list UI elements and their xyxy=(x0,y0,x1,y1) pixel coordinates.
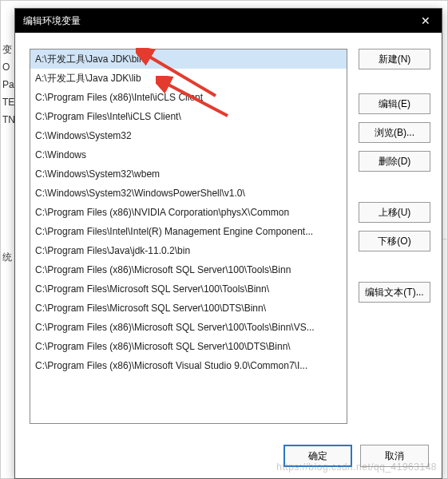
ok-button[interactable]: 确定 xyxy=(283,445,352,467)
list-item[interactable]: A:\开发工具\Java JDK\lib xyxy=(30,69,347,88)
list-item[interactable]: C:\Program Files (x86)\Microsoft SQL Ser… xyxy=(30,260,347,279)
list-item[interactable]: C:\Program Files (x86)\Microsoft SQL Ser… xyxy=(30,337,347,356)
list-item[interactable]: C:\Windows xyxy=(30,145,347,164)
list-item[interactable]: C:\Program Files\Intel\Intel(R) Manageme… xyxy=(30,222,347,241)
edit-button[interactable]: 编辑(E) xyxy=(359,93,430,114)
list-item[interactable]: A:\开发工具\Java JDK\bin xyxy=(30,49,347,69)
new-button[interactable]: 新建(N) xyxy=(359,49,430,69)
move-up-button[interactable]: 上移(U) xyxy=(359,202,430,223)
button-column: 新建(N) 编辑(E) 浏览(B)... 删除(D) 上移(U) 下移(O) 编… xyxy=(359,49,430,433)
delete-button[interactable]: 删除(D) xyxy=(359,151,430,172)
list-item[interactable]: C:\Program Files (x86)\Microsoft SQL Ser… xyxy=(30,318,347,337)
dialog-title: 编辑环境变量 xyxy=(23,14,81,28)
titlebar: 编辑环境变量 ✕ xyxy=(15,9,442,33)
list-item[interactable]: C:\Program Files\Java\jdk-11.0.2\bin xyxy=(30,241,347,260)
list-item[interactable]: C:\Program Files\Intel\iCLS Client\ xyxy=(30,107,347,126)
browse-button[interactable]: 浏览(B)... xyxy=(359,122,430,143)
edit-env-var-dialog: 编辑环境变量 ✕ A:\开发工具\Java JDK\binA:\开发工具\Jav… xyxy=(14,8,442,479)
list-item[interactable]: C:\Program Files\Microsoft SQL Server\10… xyxy=(30,279,347,299)
bg-left-labels: 变OPaTETN统 xyxy=(2,41,15,266)
list-item[interactable]: C:\Windows\System32\WindowsPowerShell\v1… xyxy=(30,184,347,203)
list-item[interactable]: C:\Program Files (x86)\Intel\iCLS Client xyxy=(30,88,347,107)
list-item[interactable]: C:\Windows\System32\wbem xyxy=(30,164,347,184)
list-item[interactable]: C:\Windows\System32 xyxy=(30,126,347,145)
move-down-button[interactable]: 下移(O) xyxy=(359,231,430,251)
list-item[interactable]: C:\Program Files (x86)\Microsoft Visual … xyxy=(30,356,347,375)
path-listbox[interactable]: A:\开发工具\Java JDK\binA:\开发工具\Java JDK\lib… xyxy=(30,49,347,424)
list-item[interactable]: C:\Program Files\Microsoft SQL Server\10… xyxy=(30,299,347,318)
list-item[interactable]: C:\Program Files (x86)\NVIDIA Corporatio… xyxy=(30,203,347,222)
dialog-footer: 确定 取消 xyxy=(15,438,442,478)
edit-text-button[interactable]: 编辑文本(T)... xyxy=(359,282,430,303)
cancel-button[interactable]: 取消 xyxy=(360,445,429,467)
close-icon[interactable]: ✕ xyxy=(418,13,434,29)
